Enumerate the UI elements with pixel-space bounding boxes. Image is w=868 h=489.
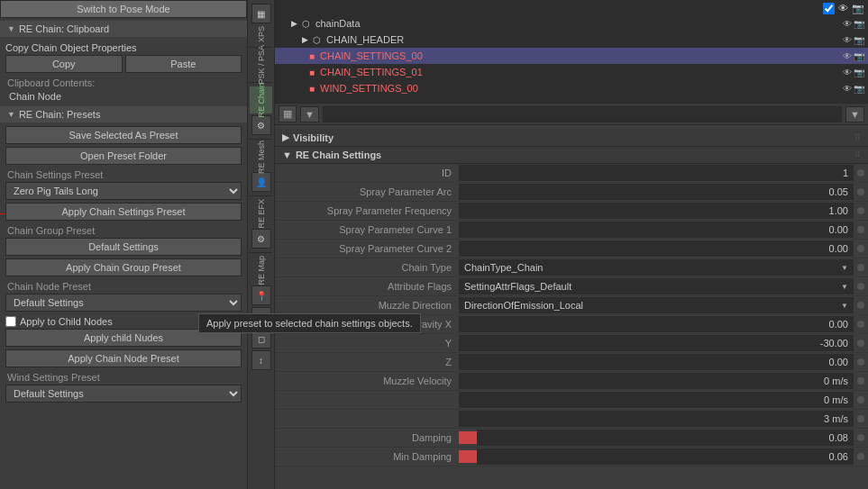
prop-value-damping[interactable]: 0.08 xyxy=(477,430,854,446)
re-chain-label[interactable]: RE Chain xyxy=(255,81,268,120)
camera-icon-3[interactable]: 📷 xyxy=(854,68,864,77)
apply-chain-group-preset-button[interactable]: Apply Chain Group Preset xyxy=(5,258,242,276)
tree-actions-3: 👁 📷 xyxy=(843,68,864,77)
prop-label-muzzle-dir: Muzzle Direction xyxy=(279,300,459,311)
default-settings-group-button[interactable]: Default Settings xyxy=(5,238,242,256)
prop-dot-spray-curve1 xyxy=(857,226,864,233)
min-damping-value-row: 0.06 xyxy=(459,448,854,465)
prop-label-id: ID xyxy=(279,168,459,178)
search-input[interactable] xyxy=(323,106,842,122)
wind-settings-preset-dropdown[interactable]: Default Settings xyxy=(5,385,242,403)
prop-label-attr-flags: Attribute Flags xyxy=(279,281,459,292)
switch-to-pose-mode-button[interactable]: Switch to Pose Mode xyxy=(0,0,247,18)
prop-value-spray-curve2[interactable]: 0.00 xyxy=(459,240,854,257)
prop-value-spray-arc[interactable]: 0.05 xyxy=(459,184,854,200)
prop-value-spray-freq[interactable]: 1.00 xyxy=(459,203,854,219)
middle-toolbar: ▦ XPS PSK / PSA RE Chain ⚙ RE Mesh 👤 RE … xyxy=(248,0,275,489)
prop-dropdown-chain-type[interactable]: ChainType_Chain ▼ xyxy=(459,259,854,276)
eye-icon-2[interactable]: 👁 xyxy=(843,51,852,61)
presets-section-label: RE Chain: Presets xyxy=(19,109,100,120)
apply-to-child-nodes-checkbox[interactable] xyxy=(5,316,16,327)
eye-icon-0[interactable]: 👁 xyxy=(843,19,852,29)
tree-row[interactable]: ▶ ⬡ CHAIN_HEADER 👁 📷 xyxy=(275,32,868,48)
prop-row-muzzle-dir: Muzzle Direction DirectionOfEmission_Loc… xyxy=(275,296,868,315)
tree-node-icon-0: ⬡ xyxy=(302,19,310,29)
copy-button[interactable]: Copy xyxy=(5,55,123,73)
copy-paste-row: Copy Paste xyxy=(5,55,242,73)
camera-header-icon: 📷 xyxy=(852,3,864,14)
prop-value-min-damping[interactable]: 0.06 xyxy=(477,448,854,465)
sort-icon-btn[interactable]: ▼ xyxy=(300,106,319,122)
prop-dropdown-attr-flags[interactable]: SettingAttrFlags_Default ▼ xyxy=(459,278,854,294)
tree-row-selected[interactable]: ■ CHAIN_SETTINGS_00 👁 📷 xyxy=(275,48,868,64)
prop-value-muzzle-velocity-3[interactable]: 3 m/s xyxy=(459,411,854,427)
copy-chain-object-properties-label: Copy Chain Object Properties xyxy=(5,41,242,55)
expand-icon-btn[interactable]: ▼ xyxy=(845,106,864,122)
prop-value-gravity-y[interactable]: -30.00 xyxy=(459,335,854,351)
prop-label-spray-arc: Spray Parameter Arc xyxy=(279,186,459,197)
paste-button[interactable]: Paste xyxy=(125,55,242,73)
prop-value-muzzle-velocity-2[interactable]: 0 m/s xyxy=(459,392,854,408)
psk-psa-label[interactable]: PSK / PSA xyxy=(255,43,268,86)
apply-chain-settings-preset-button[interactable]: Apply Chain Settings Preset xyxy=(5,203,242,221)
tree-header-row: 👁 📷 xyxy=(275,2,868,15)
prop-row-muzzle-velocity-1: Muzzle Velocity 0 m/s xyxy=(275,372,868,391)
camera-icon-0[interactable]: 📷 xyxy=(854,19,864,29)
tree-row[interactable]: ▶ ⬡ chainData 👁 📷 xyxy=(275,15,868,32)
prop-dot-muzzle-velocity-3 xyxy=(857,415,864,422)
visibility-section-header[interactable]: ▶ Visibility ⠿ xyxy=(275,129,868,147)
prop-value-muzzle-velocity-1[interactable]: 0 m/s xyxy=(459,373,854,389)
chain-settings-preset-dropdown[interactable]: Zero Pig Tails Long xyxy=(5,182,242,200)
prop-dot-gravity-y xyxy=(857,340,864,347)
apply-chain-node-preset-button[interactable]: Apply Chain Node Preset xyxy=(5,349,242,367)
eye-icon-1[interactable]: 👁 xyxy=(843,35,852,45)
tree-label-wind-settings-00: WIND_SETTINGS_00 xyxy=(320,83,841,94)
prop-row-chain-type: Chain Type ChainType_Chain ▼ xyxy=(275,258,868,277)
tree-row[interactable]: ■ WIND_SETTINGS_00 👁 📷 xyxy=(275,80,868,96)
prop-dropdown-muzzle-dir[interactable]: DirectionOfEmission_Local ▼ xyxy=(459,297,854,313)
tree-node-icon-3-red: ■ xyxy=(309,68,315,77)
prop-row-muzzle-velocity-2: 0 m/s xyxy=(275,391,868,410)
tree-checkbox-left[interactable] xyxy=(823,3,835,14)
attr-flags-value: SettingAttrFlags_Default xyxy=(464,281,571,292)
min-damping-bar xyxy=(459,450,477,463)
gear-icon-btn[interactable]: ⚙ xyxy=(251,229,271,249)
tree-node-icon-1: ⬡ xyxy=(313,35,321,45)
prop-label-muzzle-velocity: Muzzle Velocity xyxy=(279,376,459,386)
prop-label-gravity-y: Y xyxy=(279,338,459,349)
camera-icon-4[interactable]: 📷 xyxy=(854,84,864,94)
arrow-icon-btn[interactable]: ↕ xyxy=(251,350,271,370)
tree-label-chain-settings-00: CHAIN_SETTINGS_00 xyxy=(320,50,841,61)
prop-value-id[interactable]: 1 xyxy=(459,165,854,181)
open-preset-folder-button[interactable]: Open Preset Folder xyxy=(5,147,242,165)
right-panel: 👁 📷 ▶ ⬡ chainData 👁 📷 ▶ ⬡ CHAIN_HEADER 👁… xyxy=(275,0,868,489)
eye-icon-4[interactable]: 👁 xyxy=(843,84,852,94)
filter-icon-btn[interactable]: ▦ xyxy=(279,105,297,122)
chain-settings-preset-label: Chain Settings Preset xyxy=(5,168,242,182)
re-chain-settings-section-header[interactable]: ▼ RE Chain Settings ⠿ xyxy=(275,147,868,164)
xps-label[interactable]: XPS xyxy=(255,24,268,44)
clipboard-section-header[interactable]: ▼ RE Chain: Clipboard xyxy=(0,21,247,37)
pin-icon-btn[interactable]: 📍 xyxy=(251,285,271,305)
grid-icon-btn[interactable]: ▦ xyxy=(251,4,271,23)
camera-icon-2[interactable]: 📷 xyxy=(854,51,864,61)
eye-header-icon: 👁 xyxy=(838,3,848,14)
damping-value-row: 0.08 xyxy=(459,430,854,446)
tree-label-chain-header: CHAIN_HEADER xyxy=(326,34,841,45)
eye-icon-3[interactable]: 👁 xyxy=(843,68,852,77)
tree-row[interactable]: ■ CHAIN_SETTINGS_01 👁 📷 xyxy=(275,64,868,80)
chain-group-preset-label: Chain Group Preset xyxy=(5,223,242,238)
prop-value-spray-curve1[interactable]: 0.00 xyxy=(459,222,854,238)
chain-node-preset-dropdown[interactable]: Default Settings xyxy=(5,294,242,312)
camera-icon-1[interactable]: 📷 xyxy=(854,35,864,45)
re-mesh-label[interactable]: RE Mesh xyxy=(255,139,268,176)
re-efx-label[interactable]: RE EFX xyxy=(255,197,268,231)
presets-section-header[interactable]: ▼ RE Chain: Presets xyxy=(0,106,247,122)
prop-value-gravity-x[interactable]: 0.00 xyxy=(459,316,854,332)
toolbar-divider-5 xyxy=(250,252,272,253)
prop-label-gravity-z: Z xyxy=(279,357,459,367)
red-indicator-line xyxy=(0,213,5,214)
re-map-label[interactable]: RE Map xyxy=(255,254,268,287)
prop-value-gravity-z[interactable]: 0.00 xyxy=(459,354,854,370)
save-selected-as-preset-button[interactable]: Save Selected As Preset xyxy=(5,126,242,144)
